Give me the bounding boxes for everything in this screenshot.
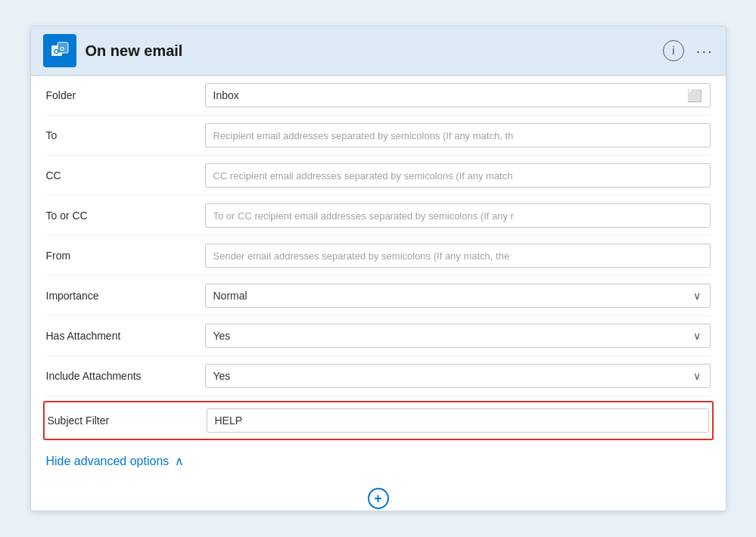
from-row: From — [46, 236, 711, 276]
header-actions: i ··· — [663, 40, 714, 61]
cc-row: CC — [46, 156, 711, 196]
importance-row: Importance Normal ∨ — [46, 276, 711, 316]
folder-browse-icon[interactable]: ⬜ — [680, 88, 710, 103]
to-or-cc-label: To or CC — [46, 210, 205, 222]
hide-advanced-label: Hide advanced options — [46, 455, 170, 468]
from-input[interactable] — [205, 244, 711, 268]
has-attachment-chevron-down-icon[interactable]: ∨ — [684, 330, 710, 342]
include-attachments-chevron-down-icon[interactable]: ∨ — [684, 370, 710, 382]
connector-circle: + — [368, 488, 389, 509]
subject-filter-input[interactable] — [207, 408, 709, 433]
to-row: To — [46, 116, 711, 156]
has-attachment-row: Has Attachment Yes ∨ — [46, 316, 711, 356]
has-attachment-label: Has Attachment — [46, 330, 205, 342]
include-attachments-value: Yes — [206, 365, 684, 387]
subject-filter-label: Subject Filter — [48, 414, 207, 427]
folder-row: Folder Inbox ⬜ — [46, 76, 711, 116]
cc-input[interactable] — [205, 163, 711, 188]
importance-chevron-down-icon[interactable]: ∨ — [684, 290, 710, 302]
to-input[interactable] — [205, 123, 711, 147]
hide-advanced-options[interactable]: Hide advanced options ∧ — [46, 445, 711, 474]
importance-value: Normal — [206, 284, 684, 307]
cc-label: CC — [46, 169, 205, 182]
card-title: On new email — [86, 42, 654, 60]
svg-text:O: O — [54, 48, 59, 55]
email-trigger-card: O O On new email i ··· Folder Inbox ⬜ To… — [30, 26, 726, 511]
include-attachments-select[interactable]: Yes ∨ — [205, 364, 711, 388]
include-attachments-row: Include Attachments Yes ∨ — [46, 356, 711, 396]
svg-text:O: O — [60, 45, 64, 52]
card-header: O O On new email i ··· — [31, 26, 726, 76]
importance-select[interactable]: Normal ∨ — [205, 284, 711, 308]
folder-label: Folder — [46, 89, 205, 101]
to-or-cc-input[interactable] — [205, 203, 711, 228]
to-or-cc-row: To or CC — [46, 196, 711, 236]
subject-filter-row: Subject Filter — [43, 401, 714, 440]
to-label: To — [46, 129, 205, 141]
card-body: Folder Inbox ⬜ To CC To or CC From — [31, 76, 726, 482]
connector-dot: + — [31, 482, 726, 511]
has-attachment-value: Yes — [206, 324, 684, 347]
info-button[interactable]: i — [663, 40, 684, 61]
folder-input-wrapper[interactable]: Inbox ⬜ — [205, 83, 711, 107]
include-attachments-label: Include Attachments — [46, 370, 205, 382]
chevron-up-icon: ∧ — [175, 454, 184, 468]
outlook-icon: O O — [43, 34, 76, 67]
from-label: From — [46, 250, 205, 262]
folder-value: Inbox — [206, 84, 680, 107]
importance-label: Importance — [46, 290, 205, 302]
more-button[interactable]: ··· — [696, 42, 714, 60]
has-attachment-select[interactable]: Yes ∨ — [205, 324, 711, 348]
